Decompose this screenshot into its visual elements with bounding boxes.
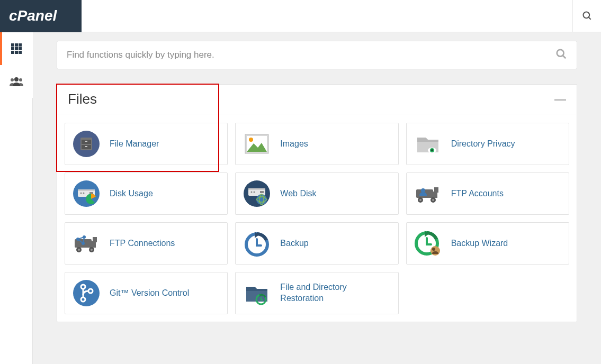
tool-images[interactable]: Images bbox=[235, 123, 398, 165]
svg-rect-30 bbox=[248, 188, 265, 190]
git-icon bbox=[73, 279, 100, 307]
svg-point-61 bbox=[73, 280, 100, 306]
svg-point-59 bbox=[430, 246, 440, 256]
users-icon bbox=[10, 76, 23, 87]
tool-label: Web Disk bbox=[280, 188, 316, 199]
tool-file-manager[interactable]: File Manager bbox=[65, 123, 228, 165]
tool-backup[interactable]: Backup bbox=[235, 222, 398, 265]
svg-point-3 bbox=[14, 77, 19, 81]
tool-ftp-accounts[interactable]: FTP Accounts bbox=[406, 172, 569, 215]
svg-rect-33 bbox=[260, 191, 264, 193]
tool-backup-wizard[interactable]: Backup Wizard bbox=[406, 222, 569, 265]
search-submit[interactable] bbox=[555, 48, 567, 62]
brand-logo[interactable]: cPanel bbox=[0, 0, 82, 32]
svg-point-50 bbox=[91, 249, 93, 251]
function-search-box bbox=[57, 41, 577, 69]
panel-collapse-button[interactable]: — bbox=[554, 93, 566, 106]
tool-label: File and Directory Restoration bbox=[280, 282, 390, 304]
tool-label: Images bbox=[280, 139, 308, 150]
backup-wizard-icon bbox=[414, 230, 442, 257]
search-input[interactable] bbox=[67, 50, 555, 60]
svg-point-17 bbox=[249, 138, 253, 142]
tool-label: Git™ Version Control bbox=[110, 288, 189, 299]
tool-label: Backup bbox=[280, 238, 308, 249]
svg-point-4 bbox=[11, 78, 14, 81]
directory-privacy-icon bbox=[414, 130, 442, 158]
svg-point-60 bbox=[432, 248, 435, 251]
ftp-connections-icon bbox=[73, 230, 100, 257]
tool-label: Directory Privacy bbox=[451, 139, 515, 150]
tool-file-directory-restoration[interactable]: File and Directory Restoration bbox=[235, 272, 398, 314]
empty-cell bbox=[406, 272, 569, 314]
svg-point-48 bbox=[78, 249, 80, 251]
header-search-button[interactable] bbox=[572, 0, 601, 32]
svg-text:cPanel: cPanel bbox=[9, 8, 57, 24]
svg-point-42 bbox=[432, 199, 434, 201]
sidebar-item-home[interactable] bbox=[0, 32, 33, 65]
svg-rect-13 bbox=[85, 141, 87, 142]
svg-point-24 bbox=[80, 193, 82, 194]
tool-disk-usage[interactable]: Disk Usage bbox=[65, 172, 228, 215]
tool-label: File Manager bbox=[110, 139, 159, 150]
files-panel: Files — bbox=[57, 84, 577, 322]
backup-icon bbox=[243, 230, 271, 257]
panel-header: Files — bbox=[57, 85, 577, 114]
grid-icon bbox=[11, 43, 22, 54]
web-disk-icon bbox=[243, 180, 271, 207]
panel-body: File Manager Images bbox=[57, 114, 577, 322]
tool-git-version-control[interactable]: Git™ Version Control bbox=[65, 272, 228, 314]
main-content: Files — bbox=[33, 32, 601, 364]
svg-line-2 bbox=[588, 17, 590, 20]
header-spacer bbox=[82, 0, 572, 32]
svg-point-6 bbox=[557, 50, 564, 57]
svg-point-1 bbox=[583, 12, 589, 19]
svg-line-7 bbox=[563, 56, 566, 59]
svg-rect-14 bbox=[85, 146, 87, 147]
ftp-accounts-icon bbox=[414, 180, 442, 207]
svg-point-34 bbox=[256, 194, 267, 205]
top-header: cPanel bbox=[0, 0, 601, 32]
sidebar-item-users[interactable] bbox=[0, 65, 33, 98]
search-icon bbox=[555, 48, 567, 60]
tool-label: Disk Usage bbox=[110, 188, 153, 199]
svg-point-25 bbox=[83, 193, 85, 194]
svg-point-20 bbox=[431, 149, 433, 151]
svg-point-43 bbox=[421, 188, 425, 193]
tool-ftp-connections[interactable]: FTP Connections bbox=[65, 222, 228, 265]
svg-rect-46 bbox=[93, 237, 97, 242]
svg-point-31 bbox=[251, 192, 253, 193]
disk-usage-icon bbox=[73, 180, 100, 207]
tool-web-disk[interactable]: Web Disk bbox=[235, 172, 398, 215]
tool-label: Backup Wizard bbox=[451, 238, 508, 249]
svg-rect-23 bbox=[78, 189, 95, 191]
images-icon bbox=[243, 130, 271, 158]
svg-point-32 bbox=[254, 192, 255, 193]
panel-title: Files bbox=[68, 91, 97, 107]
svg-point-40 bbox=[419, 199, 421, 201]
restoration-icon bbox=[243, 279, 271, 307]
tool-directory-privacy[interactable]: Directory Privacy bbox=[406, 123, 569, 165]
svg-rect-38 bbox=[434, 187, 438, 193]
sidebar bbox=[0, 32, 33, 364]
svg-point-5 bbox=[19, 78, 22, 81]
tool-label: FTP Connections bbox=[110, 238, 175, 249]
cpanel-logo-icon: cPanel bbox=[9, 8, 73, 24]
search-icon bbox=[582, 11, 593, 21]
file-manager-icon bbox=[73, 130, 100, 158]
tool-label: FTP Accounts bbox=[451, 188, 504, 199]
